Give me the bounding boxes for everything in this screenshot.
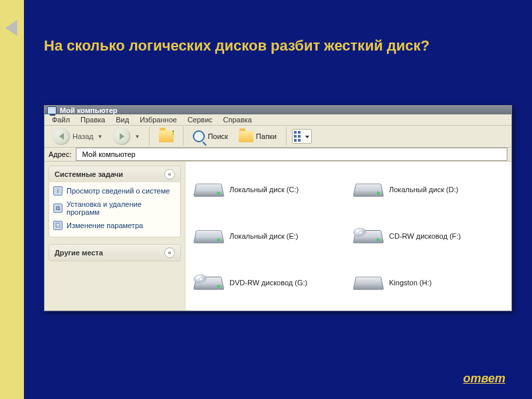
drive-item[interactable]: Локальный диск (E:) (195, 215, 342, 257)
addressbar: Адрес: Мой компьютер (45, 148, 511, 162)
chevron-up-icon: « (164, 169, 175, 180)
search-icon (193, 130, 205, 142)
menu-favorites[interactable]: Избранное (135, 114, 182, 125)
folder-up-icon: ↑ (159, 130, 174, 142)
back-icon (53, 128, 70, 145)
drive-item[interactable]: Локальный диск (D:) (354, 168, 502, 211)
task-change-setting[interactable]: ☐ Изменение параметра (53, 219, 176, 231)
task-system-info[interactable]: i Просмотр сведений о системе (53, 185, 176, 197)
views-button[interactable] (292, 129, 312, 144)
window-titlebar: Мой компьютер (45, 106, 511, 114)
settings-icon: ☐ (53, 221, 63, 230)
chevron-up-icon: « (164, 247, 175, 258)
slide-accent-stripe (0, 0, 24, 399)
drive-item[interactable]: CD-RW дисковод (F:) (354, 215, 502, 257)
task-add-remove-programs[interactable]: ⧉ Установка и удаление программ (53, 199, 176, 217)
tasks-sidebar: Системные задачи « i Просмотр сведений о… (45, 162, 186, 311)
drive-label: Локальный диск (E:) (229, 232, 299, 240)
menu-tools[interactable]: Сервис (183, 114, 217, 125)
drive-item[interactable]: Kingston (H:) (354, 261, 502, 304)
computer-icon (47, 106, 57, 114)
system-tasks-panel: Системные задачи « i Просмотр сведений о… (49, 166, 181, 237)
menu-help[interactable]: Справка (219, 114, 257, 125)
folders-button[interactable]: Папки (235, 129, 281, 144)
menubar: Файл Правка Вид Избранное Сервис Справка (45, 114, 511, 126)
hard-drive-icon (353, 184, 384, 197)
info-icon: i (53, 186, 63, 196)
menu-view[interactable]: Вид (111, 114, 134, 125)
drive-label: CD-RW дисковод (F:) (389, 232, 461, 240)
explorer-window: Мой компьютер Файл Правка Вид Избранное … (44, 105, 512, 311)
drive-label: Локальный диск (D:) (389, 186, 458, 194)
system-tasks-header[interactable]: Системные задачи « (49, 166, 180, 182)
hard-drive-icon (194, 230, 224, 243)
prev-slide-button[interactable] (5, 20, 17, 36)
back-button[interactable]: Назад ▼ (49, 126, 106, 147)
separator (286, 127, 287, 146)
programs-icon: ⧉ (53, 203, 63, 213)
forward-button[interactable]: ▼ (109, 126, 144, 147)
drive-label: DVD-RW дисковод (G:) (229, 279, 307, 287)
separator (149, 127, 150, 146)
optical-drive-icon (353, 230, 384, 243)
search-button[interactable]: Поиск (189, 128, 231, 144)
folder-icon (239, 131, 253, 142)
chevron-down-icon: ▼ (98, 134, 103, 140)
slide: На сколько логических дисков разбит жест… (24, 0, 532, 399)
system-tasks-body: i Просмотр сведений о системе ⧉ Установк… (49, 182, 180, 237)
forward-icon (113, 128, 130, 145)
drive-item[interactable]: DVD-RW дисковод (G:) (195, 261, 342, 304)
other-places-header[interactable]: Другие места « (49, 245, 180, 261)
hard-drive-icon (194, 184, 224, 197)
chevron-down-icon: ▼ (134, 134, 140, 140)
address-value: Мой компьютер (82, 150, 136, 158)
drives-grid: Локальный диск (C:)Локальный диск (D:)Ло… (186, 162, 511, 311)
drive-label: Kingston (H:) (389, 279, 432, 287)
slide-question: На сколько логических дисков разбит жест… (44, 36, 443, 56)
content-area: Системные задачи « i Просмотр сведений о… (45, 162, 511, 311)
menu-edit[interactable]: Правка (76, 114, 110, 125)
up-button[interactable]: ↑ (155, 128, 178, 144)
optical-drive-icon (194, 277, 224, 290)
address-input[interactable]: Мой компьютер (76, 148, 507, 161)
menu-file[interactable]: Файл (47, 114, 74, 125)
drive-item[interactable]: Локальный диск (C:) (195, 168, 342, 211)
separator (183, 127, 184, 146)
drive-label: Локальный диск (C:) (229, 186, 299, 194)
address-label: Адрес: (49, 150, 72, 158)
toolbar: Назад ▼ ▼ ↑ Поиск Папки (45, 126, 511, 148)
window-title: Мой компьютер (60, 106, 118, 114)
removable-drive-icon (353, 277, 384, 290)
other-places-panel: Другие места « (49, 244, 181, 261)
answer-link[interactable]: ответ (464, 372, 505, 386)
